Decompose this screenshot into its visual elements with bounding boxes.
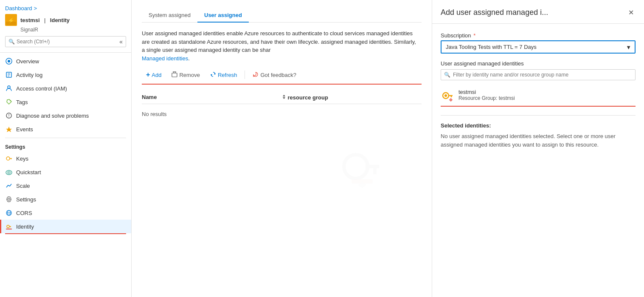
keys-icon bbox=[5, 155, 13, 162]
sidebar-item-label: Access control (IAM) bbox=[16, 85, 67, 92]
tags-icon bbox=[5, 98, 13, 106]
identity-item-icon bbox=[441, 89, 454, 102]
quickstart-icon bbox=[5, 168, 13, 176]
subscription-label: Subscription * bbox=[441, 32, 636, 39]
sidebar-item-identity[interactable]: Identity bbox=[0, 220, 131, 233]
sidebar-item-label: Overview bbox=[16, 58, 39, 65]
description: User assigned managed identities enable … bbox=[142, 29, 418, 62]
table-header: Name resource group bbox=[142, 91, 422, 104]
refresh-label: Refresh bbox=[218, 72, 237, 78]
search-icon: 🔍 bbox=[8, 39, 15, 45]
sidebar: Dashboard > ⚡ testmsi | Identity SignalR bbox=[0, 0, 132, 297]
sidebar-item-diagnose[interactable]: Diagnose and solve problems bbox=[0, 109, 131, 122]
settings-section-label: Settings bbox=[0, 140, 131, 152]
resource-title: ⚡ testmsi | Identity bbox=[5, 14, 126, 26]
sidebar-item-label: Keys bbox=[16, 156, 28, 162]
required-indicator: * bbox=[473, 32, 475, 39]
filter-input[interactable] bbox=[441, 69, 636, 80]
add-button[interactable]: + Add bbox=[142, 69, 166, 80]
svg-point-25 bbox=[7, 225, 9, 228]
svg-rect-2 bbox=[6, 22, 16, 25]
toolbar: + Add Remove Refresh Got feedbac bbox=[142, 69, 422, 85]
side-panel: Add user assigned managed i... ✕ Subscri… bbox=[432, 0, 644, 297]
selected-section: Selected identities: No user assigned ma… bbox=[441, 115, 636, 149]
sidebar-item-quickstart[interactable]: Quickstart bbox=[0, 165, 131, 179]
remove-button[interactable]: Remove bbox=[167, 70, 204, 80]
svg-marker-14 bbox=[6, 127, 12, 132]
svg-point-21 bbox=[8, 198, 10, 201]
cors-icon bbox=[5, 209, 13, 217]
sidebar-item-label: Identity bbox=[16, 223, 34, 230]
subscription-select[interactable]: Java Tooling Tests with TTL = 7 Days bbox=[441, 40, 636, 54]
identity-name: testmsi bbox=[458, 89, 515, 95]
tab-user-assigned[interactable]: User assigned bbox=[197, 8, 249, 23]
svg-point-13 bbox=[8, 116, 9, 117]
identity-icon bbox=[5, 223, 13, 230]
main-scroll: System assigned User assigned User assig… bbox=[132, 0, 432, 297]
resource-icon: ⚡ bbox=[5, 14, 17, 26]
overview-icon bbox=[5, 57, 13, 65]
svg-point-15 bbox=[6, 157, 10, 160]
diagnose-icon bbox=[5, 112, 13, 119]
toolbar-separator bbox=[245, 71, 245, 79]
selected-label: Selected identities: bbox=[441, 122, 636, 129]
sidebar-item-label: Settings bbox=[16, 196, 36, 203]
nav-list: Overview Activity log Access control (IA… bbox=[0, 53, 131, 297]
identity-item-text: testmsi Resource Group: testmsi bbox=[458, 89, 515, 101]
identities-filter-label: User assigned managed identities bbox=[441, 60, 636, 67]
identity-list-item[interactable]: testmsi Resource Group: testmsi bbox=[441, 85, 636, 107]
access-control-icon bbox=[5, 85, 13, 92]
identity-resource-group: Resource Group: testmsi bbox=[458, 95, 515, 101]
resource-name: testmsi | Identity bbox=[20, 16, 70, 23]
add-icon: + bbox=[146, 71, 150, 79]
sidebar-item-keys[interactable]: Keys bbox=[0, 152, 131, 165]
sidebar-item-label: Tags bbox=[16, 99, 28, 105]
sidebar-item-settings[interactable]: Settings bbox=[0, 192, 131, 206]
sidebar-item-label: Scale bbox=[16, 183, 30, 189]
panel-body: Subscription * Java Tooling Tests with T… bbox=[432, 24, 644, 297]
breadcrumb-separator: > bbox=[34, 5, 37, 11]
managed-identities-link[interactable]: Managed identities bbox=[142, 55, 188, 62]
column-name: Name bbox=[142, 94, 282, 101]
remove-icon bbox=[172, 71, 177, 79]
description-text: User assigned managed identities enable … bbox=[142, 30, 416, 53]
sidebar-header: Dashboard > ⚡ testmsi | Identity SignalR bbox=[0, 0, 131, 53]
sidebar-item-overview[interactable]: Overview bbox=[0, 54, 131, 68]
collapse-icon[interactable]: « bbox=[119, 38, 123, 45]
sidebar-item-activity-log[interactable]: Activity log bbox=[0, 68, 131, 82]
breadcrumb[interactable]: Dashboard > bbox=[5, 5, 126, 11]
sidebar-item-scale[interactable]: Scale bbox=[0, 179, 131, 192]
search-input[interactable] bbox=[5, 36, 126, 47]
feedback-icon bbox=[253, 71, 259, 79]
filter-search-icon: 🔍 bbox=[444, 72, 450, 78]
svg-point-9 bbox=[8, 86, 10, 88]
feedback-label: Got feedback? bbox=[260, 72, 296, 78]
sidebar-item-label: Diagnose and solve problems bbox=[16, 113, 89, 119]
sidebar-item-events[interactable]: Events bbox=[0, 122, 131, 136]
refresh-button[interactable]: Refresh bbox=[206, 70, 242, 80]
sidebar-item-cors[interactable]: CORS bbox=[0, 206, 131, 220]
panel-header: Add user assigned managed i... ✕ bbox=[432, 0, 644, 24]
add-label: Add bbox=[152, 72, 161, 78]
svg-point-20 bbox=[8, 172, 10, 173]
main-content: System assigned User assigned User assig… bbox=[132, 0, 432, 297]
sidebar-item-tags[interactable]: Tags bbox=[0, 95, 131, 109]
sidebar-item-label: Activity log bbox=[16, 72, 42, 78]
sidebar-item-label: Quickstart bbox=[16, 169, 41, 175]
feedback-button[interactable]: Got feedback? bbox=[248, 70, 301, 80]
sidebar-item-access-control[interactable]: Access control (IAM) bbox=[0, 82, 131, 95]
column-resource-group: resource group bbox=[282, 94, 422, 101]
svg-rect-28 bbox=[6, 229, 12, 229]
panel-close-button[interactable]: ✕ bbox=[627, 7, 636, 18]
selected-description: No user assigned managed identities sele… bbox=[441, 132, 636, 149]
signalr-icon: ⚡ bbox=[5, 14, 17, 26]
remove-label: Remove bbox=[179, 72, 200, 78]
nav-divider bbox=[5, 138, 126, 138]
svg-rect-29 bbox=[172, 73, 177, 77]
panel-title: Add user assigned managed i... bbox=[441, 8, 548, 17]
no-results-text: No results bbox=[142, 104, 422, 124]
sort-icon[interactable] bbox=[282, 94, 286, 101]
tab-system-assigned[interactable]: System assigned bbox=[142, 8, 197, 23]
scale-icon bbox=[5, 182, 13, 190]
resource-name-container: testmsi | Identity bbox=[20, 16, 70, 24]
